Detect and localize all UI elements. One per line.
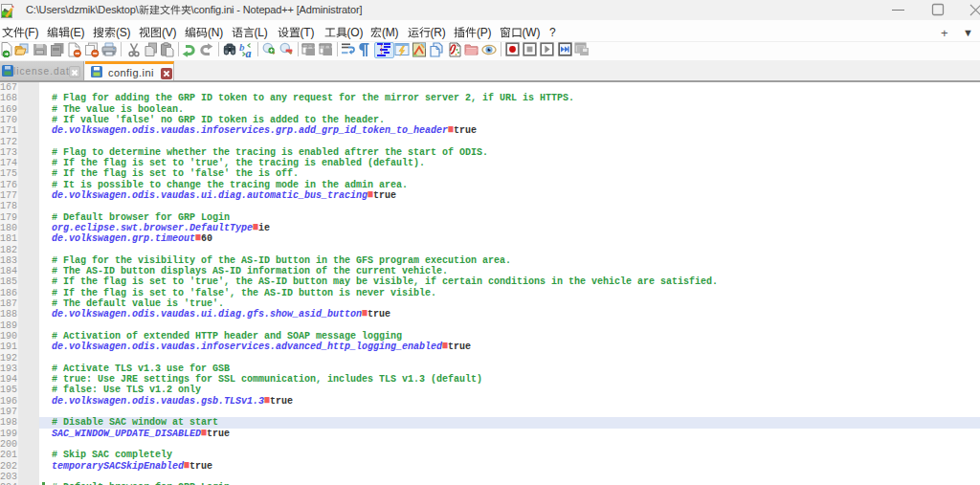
svg-text:a: a [246,47,252,58]
svg-text:b: b [239,42,245,53]
